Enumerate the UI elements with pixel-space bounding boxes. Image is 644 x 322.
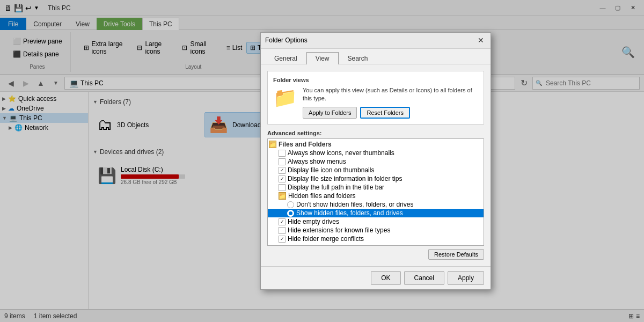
- dialog-close-button[interactable]: ✕: [475, 35, 486, 46]
- reset-folders-btn[interactable]: Reset Folders: [360, 107, 409, 119]
- show-hidden-radio-inner: [289, 211, 292, 215]
- file-icon-thumbnails-checkbox[interactable]: ✓: [279, 167, 286, 174]
- settings-hide-folder-merge[interactable]: ✓ Hide folder merge conflicts: [268, 235, 484, 243]
- full-path-label: Display the full path in the title bar: [288, 184, 384, 191]
- settings-always-icons[interactable]: Always show icons, never thumbnails: [268, 149, 484, 157]
- settings-list[interactable]: 📁 Files and Folders Always show icons, n…: [267, 138, 484, 246]
- settings-hide-extensions[interactable]: Hide extensions for known file types: [268, 226, 484, 235]
- settings-file-icon-thumbnails[interactable]: ✓ Display file icon on thumbnails: [268, 166, 484, 174]
- hide-folder-merge-checkbox[interactable]: ✓: [279, 236, 286, 243]
- always-icons-label: Always show icons, never thumbnails: [288, 149, 394, 157]
- restore-defaults-btn[interactable]: Restore Defaults: [428, 249, 484, 260]
- file-icon-thumbnails-label: Display file icon on thumbnails: [288, 166, 374, 174]
- dialog-footer: OK Cancel Apply: [261, 266, 491, 289]
- dialog-title: Folder Options: [265, 36, 308, 44]
- settings-files-folders-category: 📁 Files and Folders: [268, 140, 484, 149]
- advanced-settings-label: Advanced settings:: [267, 130, 484, 136]
- file-size-info-label: Display file size information in folder …: [288, 175, 402, 182]
- full-path-checkbox[interactable]: [279, 184, 286, 191]
- always-menus-label: Always show menus: [288, 158, 346, 165]
- settings-always-menus[interactable]: Always show menus: [268, 157, 484, 166]
- show-hidden-label: Show hidden files, folders, and drives: [296, 209, 403, 217]
- settings-hide-empty-drives[interactable]: ✓ Hide empty drives: [268, 217, 484, 226]
- dialog-tab-search[interactable]: Search: [339, 52, 377, 64]
- dialog-cancel-button[interactable]: Cancel: [404, 271, 444, 285]
- files-folders-category-label: Files and Folders: [279, 141, 332, 148]
- always-menus-checkbox[interactable]: [279, 158, 286, 165]
- dialog-ok-button[interactable]: OK: [371, 271, 400, 285]
- hide-extensions-label: Hide extensions for known file types: [288, 226, 390, 234]
- folder-views-buttons: Apply to Folders Reset Folders: [303, 107, 478, 119]
- folder-views-right: You can apply this view (such as Details…: [303, 86, 478, 119]
- dont-show-hidden-label: Don't show hidden files, folders, or dri…: [296, 201, 413, 208]
- folder-views-title: Folder views: [273, 77, 478, 83]
- hidden-files-category-icon: 📁: [279, 192, 286, 200]
- settings-file-size-info[interactable]: ✓ Display file size information in folde…: [268, 174, 484, 183]
- folder-views-description: You can apply this view (such as Details…: [303, 86, 478, 103]
- files-folders-category-icon: 📁: [269, 141, 276, 148]
- show-hidden-radio[interactable]: [287, 210, 294, 217]
- file-size-info-checkbox[interactable]: ✓: [279, 175, 286, 182]
- settings-hidden-files-category: 📁 Hidden files and folders: [268, 192, 484, 200]
- hide-empty-drives-label: Hide empty drives: [288, 218, 339, 225]
- dialog-title-bar: Folder Options ✕: [261, 33, 491, 49]
- hide-extensions-checkbox[interactable]: [279, 227, 286, 234]
- dialog-body: Folder views 📁 You can apply this view (…: [261, 64, 491, 267]
- hide-folder-merge-label: Hide folder merge conflicts: [288, 235, 364, 243]
- folder-views-section: Folder views 📁 You can apply this view (…: [267, 71, 484, 125]
- hide-empty-drives-checkbox[interactable]: ✓: [279, 218, 286, 225]
- modal-overlay: Folder Options ✕ General View Search Fol…: [0, 0, 644, 322]
- settings-dont-show-hidden[interactable]: Don't show hidden files, folders, or dri…: [268, 200, 484, 209]
- hidden-files-category-label: Hidden files and folders: [288, 192, 355, 200]
- folder-views-icon: 📁: [273, 86, 297, 109]
- settings-show-hidden[interactable]: Show hidden files, folders, and drives: [268, 209, 484, 217]
- dialog-tab-view[interactable]: View: [306, 52, 339, 64]
- folder-views-content: 📁 You can apply this view (such as Detai…: [273, 86, 478, 119]
- dialog-tab-general[interactable]: General: [265, 52, 306, 64]
- dont-show-hidden-radio[interactable]: [287, 201, 294, 208]
- restore-defaults-row: Restore Defaults: [267, 249, 484, 260]
- dialog-apply-button[interactable]: Apply: [448, 271, 484, 285]
- dialog-tabs: General View Search: [261, 49, 491, 64]
- apply-to-folders-btn[interactable]: Apply to Folders: [303, 107, 357, 119]
- settings-full-path[interactable]: Display the full path in the title bar: [268, 183, 484, 192]
- folder-options-dialog: Folder Options ✕ General View Search Fol…: [260, 32, 491, 290]
- always-icons-checkbox[interactable]: [279, 150, 286, 157]
